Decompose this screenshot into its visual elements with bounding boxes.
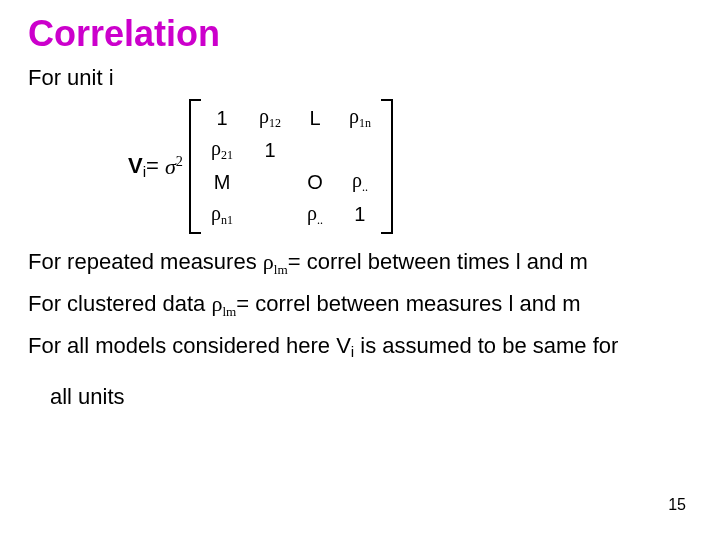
m-r4c3: ρ..	[307, 202, 323, 228]
matrix-bracket-right	[381, 99, 393, 234]
m-r3c4: ρ..	[352, 169, 368, 195]
m-r3c1: M	[214, 171, 231, 194]
clustered-b: = correl between measures l and m	[236, 291, 580, 316]
clustered-a: For clustered data	[28, 291, 211, 316]
m-r4c1: ρn1	[211, 202, 233, 228]
clustered-rho: ρlm	[211, 291, 236, 316]
all-models-line-2: all units	[50, 383, 692, 411]
matrix-grid: 1 ρ12 L ρ1n ρ21 1 M O ρ.. ρn1 ρ.. 1	[201, 99, 381, 234]
m-r3c3: O	[307, 171, 323, 194]
eq-sigma-sup: 2	[176, 153, 183, 169]
slide: Correlation For unit i Vi= σ2 1 ρ12 L ρ1…	[0, 0, 720, 540]
m-r1c4: ρ1n	[349, 105, 371, 131]
slide-title: Correlation	[28, 14, 692, 54]
matrix: 1 ρ12 L ρ1n ρ21 1 M O ρ.. ρn1 ρ.. 1	[189, 99, 393, 234]
eq-V: V	[128, 153, 143, 178]
clustered-data-line: For clustered data ρlm= correl between m…	[28, 290, 692, 320]
m-r4c4: 1	[354, 203, 365, 226]
rep-measures-a: For repeated measures	[28, 249, 263, 274]
all-models-line: For all models considered here Vi is ass…	[28, 332, 692, 361]
unit-line: For unit i	[28, 64, 692, 92]
page-number: 15	[668, 496, 686, 514]
eq-lhs: Vi=	[128, 153, 159, 181]
m-r1c3: L	[309, 107, 320, 130]
matrix-bracket-left	[189, 99, 201, 234]
rep-measures-b: = correl between times l and m	[288, 249, 588, 274]
eq-sigma-sq: σ2	[165, 153, 183, 180]
repeated-measures-line: For repeated measures ρlm= correl betwee…	[28, 248, 692, 278]
m-r2c2: 1	[264, 139, 275, 162]
all-models-a: For all models considered here V	[28, 333, 351, 358]
rep-measures-rho: ρlm	[263, 249, 288, 274]
m-r1c1: 1	[216, 107, 227, 130]
all-models-b: is assumed to be same for	[354, 333, 618, 358]
eq-sigma: σ	[165, 154, 176, 179]
m-r2c1: ρ21	[211, 137, 233, 163]
m-r1c2: ρ12	[259, 105, 281, 131]
eq-equals: =	[146, 153, 159, 178]
equation-row: Vi= σ2 1 ρ12 L ρ1n ρ21 1 M O ρ.. ρn1	[128, 99, 692, 234]
